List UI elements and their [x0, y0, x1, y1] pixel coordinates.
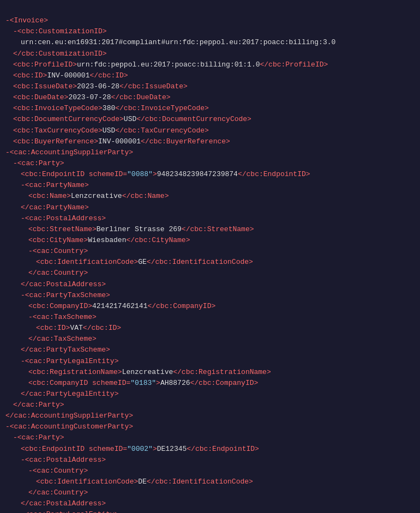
xml-tag: </cbc:InvoiceTypeCode> [115, 104, 209, 112]
xml-line: -<cbc:CustomizationID> [5, 26, 415, 37]
xml-tag: -<Invoice> [5, 16, 48, 25]
xml-line: <cbc:IdentificationCode>DE</cbc:Identifi… [5, 476, 415, 487]
xml-text: Wiesbaden [88, 236, 126, 244]
xml-tag: </cbc:RegistrationName> [173, 368, 271, 376]
xml-tag: > [153, 170, 157, 178]
xml-attr-value: "0183" [130, 379, 156, 387]
xml-line: </cac:PartyTaxScheme> [5, 345, 415, 355]
xml-tag: </cbc:EndpointID> [187, 445, 259, 453]
xml-line: <cbc:BuyerReference>INV-000001</cbc:Buye… [5, 136, 415, 147]
xml-tag: </cac:TaxScheme> [28, 335, 97, 343]
xml-text: USD [103, 126, 115, 135]
xml-tag: </cac:PartyLegalEntity> [21, 390, 118, 398]
xml-tag: -<cac:PostalAddress> [21, 456, 106, 464]
xml-tag: </cbc:TaxCurrencyCode> [115, 126, 209, 135]
xml-line: -<cac:PartyName> [5, 180, 415, 191]
xml-tag: </cbc:DocumentCurrencyCode> [136, 115, 251, 123]
xml-tag: <cbc:DocumentCurrencyCode> [13, 115, 124, 123]
xml-tag: <cbc:Name> [28, 192, 71, 200]
xml-tag: <cbc:CompanyID> [28, 302, 92, 310]
xml-tag: -<cac:TaxScheme> [28, 313, 97, 321]
xml-tag: <cbc:RegistrationName> [28, 368, 122, 376]
xml-tag: </cbc:StreetName> [182, 225, 254, 233]
xml-line: </cac:TaxScheme> [5, 334, 415, 345]
xml-line: -<cac:Country> [5, 246, 415, 257]
xml-tag: <cbc:EndpointID [21, 170, 89, 178]
xml-text: 2023-06-28 [77, 82, 119, 90]
xml-line: </cac:Country> [5, 487, 415, 498]
xml-text: urn:fdc:peppol.eu:2017:poacc:billing:01:… [77, 61, 260, 69]
xml-line: </cac:Party> [5, 400, 415, 411]
xml-tag: <cbc:ID> [13, 71, 47, 80]
xml-tag: <cbc:StreetName> [28, 225, 97, 233]
xml-tag: <cbc:CompanyID [28, 379, 92, 387]
xml-tag: <cbc:TaxCurrencyCode> [13, 126, 103, 135]
xml-tag: -<cac:PartyName> [21, 181, 89, 189]
xml-eq: = [123, 170, 127, 178]
xml-tag: -<cac:AccountingSupplierParty> [5, 148, 133, 156]
xml-tag: <cbc:IdentificationCode> [36, 478, 138, 486]
xml-line: -<Invoice> [5, 15, 415, 26]
xml-line: <cbc:DocumentCurrencyCode>USD</cbc:Docum… [5, 114, 415, 125]
xml-attr-name: schemeID [89, 445, 123, 453]
xml-tag: -<cac:PartyTaxScheme> [21, 291, 110, 299]
xml-tag: </cbc:ProfileID> [260, 61, 328, 69]
xml-text: AH88726 [160, 379, 190, 387]
xml-line: -<cac:AccountingCustomerParty> [5, 421, 415, 432]
xml-text: 380 [103, 104, 115, 112]
xml-tag: </cac:AccountingSupplierParty> [5, 412, 133, 420]
xml-line: -<cac:PostalAddress> [5, 213, 415, 224]
xml-tag: </cbc:EndpointID> [238, 170, 310, 178]
xml-tag: -<cac:Party> [13, 433, 64, 442]
xml-text: urn:cen.eu:en16931:2017#compliant#urn:fd… [21, 38, 335, 46]
xml-tag: </cbc:ID> [89, 71, 128, 80]
xml-line: </cac:Country> [5, 268, 415, 279]
xml-line: <cbc:IssueDate>2023-06-28</cbc:IssueDate… [5, 81, 415, 92]
xml-text: VAT [70, 324, 82, 332]
xml-line: urn:cen.eu:en16931:2017#compliant#urn:fd… [5, 37, 415, 48]
xml-tag: -<cac:PostalAddress> [21, 214, 106, 222]
xml-text: Lenzcreative [71, 192, 122, 200]
xml-tag: </cbc:DueDate> [111, 93, 170, 101]
xml-tag: -<cac:Country> [28, 467, 88, 475]
xml-line: <cbc:ProfileID>urn:fdc:peppol.eu:2017:po… [5, 59, 415, 70]
xml-text: Berliner Strasse 269 [97, 225, 182, 233]
xml-line: -<cac:TaxScheme> [5, 312, 415, 323]
xml-tag: </cbc:ID> [83, 324, 121, 332]
xml-text: 4214217462141 [92, 302, 147, 310]
xml-tag: </cac:PostalAddress> [21, 499, 106, 508]
xml-tag: <cbc:EndpointID [21, 445, 89, 453]
xml-text: USD [124, 115, 136, 123]
xml-line: -<cac:PartyLegalEntity> [5, 509, 415, 513]
xml-line: <cbc:Name>Lenzcreative</cbc:Name> [5, 191, 415, 202]
xml-line: -<cac:Country> [5, 466, 415, 476]
xml-tag: </cbc:CustomizationID> [13, 50, 107, 58]
xml-line: <cbc:ID>INV-000001</cbc:ID> [5, 70, 415, 81]
xml-line: -<cac:PartyLegalEntity> [5, 356, 415, 367]
xml-line: </cac:PostalAddress> [5, 498, 415, 509]
xml-text: DE [138, 478, 147, 486]
xml-line: -<cac:Party> [5, 158, 415, 169]
xml-text: Lenzcreative [122, 368, 173, 376]
xml-line: </cac:PostalAddress> [5, 279, 415, 290]
xml-tag: <cbc:DueDate> [13, 93, 68, 101]
xml-tag: </cbc:IssueDate> [119, 82, 188, 90]
xml-line: <cbc:ID>VAT</cbc:ID> [5, 323, 415, 334]
xml-attr-value: "0002" [127, 445, 153, 453]
xml-line: <cbc:EndpointID schemeID="0002">DE12345<… [5, 444, 415, 455]
xml-tag: <cbc:IssueDate> [13, 82, 77, 90]
xml-line: -<cac:AccountingSupplierParty> [5, 147, 415, 158]
xml-tag: </cac:PostalAddress> [21, 280, 106, 288]
xml-tag: </cbc:CompanyID> [190, 379, 259, 387]
xml-tag: <cbc:CityName> [28, 236, 88, 244]
xml-tag: <cbc:ProfileID> [13, 61, 77, 69]
xml-line: <cbc:EndpointID schemeID="0088">94823482… [5, 169, 415, 180]
xml-tag: </cac:Country> [28, 269, 88, 277]
xml-eq: = [123, 445, 127, 453]
xml-line: <cbc:IdentificationCode>GE</cbc:Identifi… [5, 257, 415, 268]
xml-tag: <cbc:IdentificationCode> [36, 258, 138, 266]
xml-line: </cac:PartyLegalEntity> [5, 389, 415, 400]
xml-text: GE [138, 258, 147, 266]
xml-tag: </cbc:IdentificationCode> [147, 478, 253, 486]
xml-tag: > [156, 379, 160, 387]
